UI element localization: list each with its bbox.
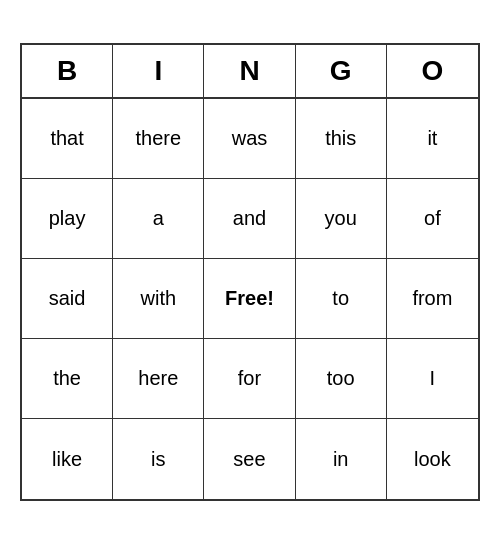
bingo-cell-r4-c4[interactable]: look — [387, 419, 478, 499]
bingo-grid: thattherewasthisitplayaandyouofsaidwithF… — [22, 99, 478, 499]
bingo-header-letter: G — [296, 45, 387, 97]
bingo-cell-r1-c3[interactable]: you — [296, 179, 387, 259]
bingo-cell-r1-c0[interactable]: play — [22, 179, 113, 259]
bingo-cell-r4-c1[interactable]: is — [113, 419, 204, 499]
bingo-cell-r1-c4[interactable]: of — [387, 179, 478, 259]
bingo-cell-r2-c4[interactable]: from — [387, 259, 478, 339]
bingo-cell-r4-c0[interactable]: like — [22, 419, 113, 499]
bingo-cell-r3-c3[interactable]: too — [296, 339, 387, 419]
bingo-cell-r3-c0[interactable]: the — [22, 339, 113, 419]
bingo-cell-r0-c1[interactable]: there — [113, 99, 204, 179]
bingo-cell-r4-c2[interactable]: see — [204, 419, 295, 499]
bingo-cell-r3-c2[interactable]: for — [204, 339, 295, 419]
bingo-header-letter: B — [22, 45, 113, 97]
bingo-header-letter: N — [204, 45, 295, 97]
bingo-cell-r2-c1[interactable]: with — [113, 259, 204, 339]
bingo-cell-r3-c1[interactable]: here — [113, 339, 204, 419]
bingo-cell-r0-c0[interactable]: that — [22, 99, 113, 179]
bingo-header: BINGO — [22, 45, 478, 99]
bingo-header-letter: I — [113, 45, 204, 97]
bingo-cell-r2-c3[interactable]: to — [296, 259, 387, 339]
bingo-cell-r0-c2[interactable]: was — [204, 99, 295, 179]
bingo-cell-r3-c4[interactable]: I — [387, 339, 478, 419]
bingo-header-letter: O — [387, 45, 478, 97]
bingo-cell-r1-c2[interactable]: and — [204, 179, 295, 259]
bingo-cell-r2-c2[interactable]: Free! — [204, 259, 295, 339]
bingo-cell-r2-c0[interactable]: said — [22, 259, 113, 339]
bingo-cell-r1-c1[interactable]: a — [113, 179, 204, 259]
bingo-card: BINGO thattherewasthisitplayaandyouofsai… — [20, 43, 480, 501]
bingo-cell-r0-c4[interactable]: it — [387, 99, 478, 179]
bingo-cell-r4-c3[interactable]: in — [296, 419, 387, 499]
bingo-cell-r0-c3[interactable]: this — [296, 99, 387, 179]
